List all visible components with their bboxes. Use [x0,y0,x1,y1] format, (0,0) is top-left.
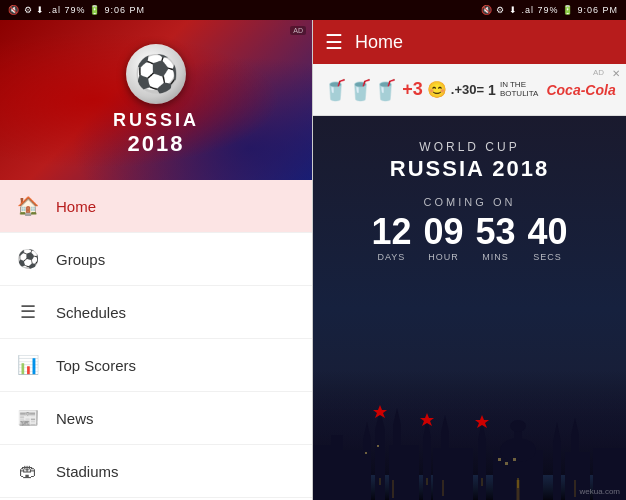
ad-one-text: 1 [488,82,496,98]
countdown-secs-value: 40 [528,214,568,250]
top-bar: ☰ Home [313,20,626,64]
menu-item-home[interactable]: 🏠 Home [0,180,312,233]
app-container: ⚽ RUSSIA 2018 AD 🏠 Home ⚽ Groups ☰ Sched… [0,20,626,500]
countdown-mins-value: 53 [476,214,516,250]
soccer-icon: ⚽ [16,247,40,271]
svg-rect-37 [505,462,508,465]
ad-brand-text: Coca-Cola [546,82,615,98]
menu-label-top-scorers: Top Scorers [56,357,136,374]
main-panel: ☰ Home 🥤🥤🥤 +3 😊 .+30= 1 IN THEBOTULITA C… [313,20,626,500]
svg-rect-7 [375,430,385,500]
top-bar-title: Home [355,32,403,53]
drawer-title: RUSSIA [113,110,199,131]
drawer-subtitle: 2018 [128,131,185,157]
svg-rect-36 [498,458,501,461]
bar-chart-icon: 📊 [16,353,40,377]
svg-rect-26 [553,442,561,500]
svg-rect-5 [363,440,371,500]
countdown-hours-label: HOUR [428,252,459,262]
menu-item-stadiums[interactable]: 🏟 Stadiums [0,445,312,498]
menu-label-stadiums: Stadiums [56,463,119,480]
countdown-days: 12 DAYS [371,214,411,262]
countdown-mins: 53 MINS [476,214,516,262]
countdown-days-label: DAYS [378,252,406,262]
svg-rect-16 [433,448,473,500]
menu-item-top-scorers[interactable]: 📊 Top Scorers [0,339,312,392]
countdown-days-value: 12 [371,214,411,250]
status-left-icons: 🔇 ⚙ ⬇ .al 79% 🔋 9:06 PM [8,5,145,15]
wc-title: RUSSIA 2018 [390,156,549,182]
ad-banner: 🥤🥤🥤 +3 😊 .+30= 1 IN THEBOTULITA Coca-Col… [313,64,626,116]
svg-rect-40 [377,445,379,447]
svg-rect-13 [423,438,431,500]
svg-rect-4 [343,450,363,500]
svg-rect-2 [313,445,331,500]
countdown-secs-label: SECS [533,252,562,262]
stadium-icon: 🏟 [16,459,40,483]
menu-label-schedules: Schedules [56,304,126,321]
wc-subtitle: WORLD CUP [419,140,519,154]
drawer-menu: 🏠 Home ⚽ Groups ☰ Schedules 📊 Top Scorer… [0,180,312,500]
watermark: wekua.com [580,487,620,496]
menu-label-news: News [56,410,94,427]
countdown: 12 DAYS 09 HOUR 53 MINS 40 SECS [371,214,567,262]
status-bar-right: 🔇 ⚙ ⬇ .al 79% 🔋 9:06 PM [313,0,626,20]
ad-close-button[interactable]: ✕ [612,68,620,79]
kremlin-svg [313,390,626,500]
ad-label-icon: AD [593,68,604,77]
countdown-hours-value: 09 [423,214,463,250]
kremlin-silhouette [313,370,626,500]
ad-dot-icon: 😊 [427,80,447,99]
menu-label-home: Home [56,198,96,215]
list-icon: ☰ [16,300,40,324]
ad-bottles-icon: 🥤🥤🥤 [323,78,398,102]
menu-item-news[interactable]: 📰 News [0,392,312,445]
ad-plus-text: +3 [402,79,423,100]
wc-content: WORLD CUP RUSSIA 2018 COMING ON 12 DAYS … [313,116,626,500]
newspaper-icon: 📰 [16,406,40,430]
ad-content: 🥤🥤🥤 +3 😊 .+30= 1 IN THEBOTULITA Coca-Col… [323,78,615,102]
ad-equals-text: .+30= [451,82,484,97]
menu-item-groups[interactable]: ⚽ Groups [0,233,312,286]
drawer-header: ⚽ RUSSIA 2018 AD [0,20,312,180]
svg-rect-11 [393,425,401,445]
coming-on-text: COMING ON [424,196,516,208]
countdown-hours: 09 HOUR [423,214,463,262]
ad-small-text: IN THEBOTULITA [500,81,539,99]
menu-item-schedules[interactable]: ☰ Schedules [0,286,312,339]
hamburger-icon[interactable]: ☰ [325,30,343,54]
countdown-mins-label: MINS [482,252,509,262]
svg-rect-17 [441,432,449,448]
countdown-secs: 40 SECS [528,214,568,262]
home-icon: 🏠 [16,194,40,218]
drawer: ⚽ RUSSIA 2018 AD 🏠 Home ⚽ Groups ☰ Sched… [0,20,313,500]
soccer-ball-icon: ⚽ [126,44,186,104]
svg-point-25 [510,420,526,432]
status-bar: 🔇 ⚙ ⬇ .al 79% 🔋 9:06 PM 🔇 ⚙ ⬇ .al 79% 🔋 … [0,0,626,20]
svg-rect-3 [331,435,343,500]
svg-rect-29 [571,435,579,452]
svg-rect-38 [513,458,516,461]
svg-rect-39 [365,452,367,454]
status-right-icons: 🔇 ⚙ ⬇ .al 79% 🔋 9:06 PM [481,5,618,15]
menu-label-groups: Groups [56,251,105,268]
status-bar-left: 🔇 ⚙ ⬇ .al 79% 🔋 9:06 PM [0,0,313,20]
svg-rect-19 [478,440,486,500]
drawer-ad-label: AD [290,26,306,35]
